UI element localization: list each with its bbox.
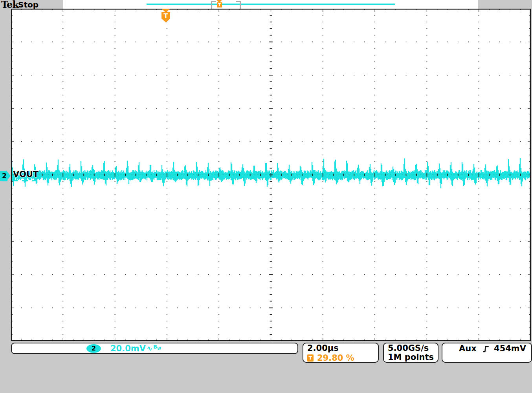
graticule-area: T VOUT <box>11 9 531 341</box>
acquisition-state-label: Stop <box>18 0 39 9</box>
channel2-position-marker[interactable]: 2 <box>0 171 11 181</box>
bandwidth-limit-icon: BW <box>153 343 161 350</box>
sample-rate-readout: 5.00GS/s <box>388 344 438 353</box>
trigger-position-readout: 29.80 % <box>317 353 354 363</box>
channel2-scale-readout: 20.0mV <box>110 344 146 353</box>
timebase-readout-box[interactable]: 2.00µs T 29.80 % <box>303 343 379 363</box>
ac-coupling-icon: ∿ <box>147 344 152 352</box>
trigger-flag-icon: T <box>217 2 222 7</box>
trigger-level-readout: 454mV <box>494 344 526 353</box>
channel2-waveform-label: VOUT <box>13 170 39 179</box>
trigger-position-marker[interactable]: T <box>161 9 170 22</box>
oscilloscope-screen: Tek Stop T T VOUT 2 2 20.0mV ∿ BW 2.00µs… <box>0 0 532 393</box>
trigger-readout-box[interactable]: Aux 454mV <box>442 343 532 363</box>
trigger-t-icon: T <box>307 354 314 362</box>
acquisition-readout-box[interactable]: 5.00GS/s 1M points <box>383 343 438 363</box>
record-view-trigger-marker[interactable]: T <box>216 0 222 8</box>
trigger-flag-icon: T <box>161 12 170 22</box>
record-length-readout: 1M points <box>388 353 438 362</box>
graticule-svg <box>11 9 531 341</box>
trigger-triangle-icon <box>161 9 170 13</box>
trigger-source-readout: Aux <box>459 344 477 353</box>
record-view-waveform-line <box>147 4 395 5</box>
channel2-readout-box[interactable]: 2 20.0mV ∿ BW <box>11 343 298 354</box>
top-status-bar: Tek Stop T <box>0 0 532 9</box>
rising-edge-icon <box>483 345 490 353</box>
trigger-position-readout-row: T 29.80 % <box>307 353 378 363</box>
timebase-scale-readout: 2.00µs <box>307 344 378 353</box>
channel2-badge[interactable]: 2 <box>86 344 101 353</box>
